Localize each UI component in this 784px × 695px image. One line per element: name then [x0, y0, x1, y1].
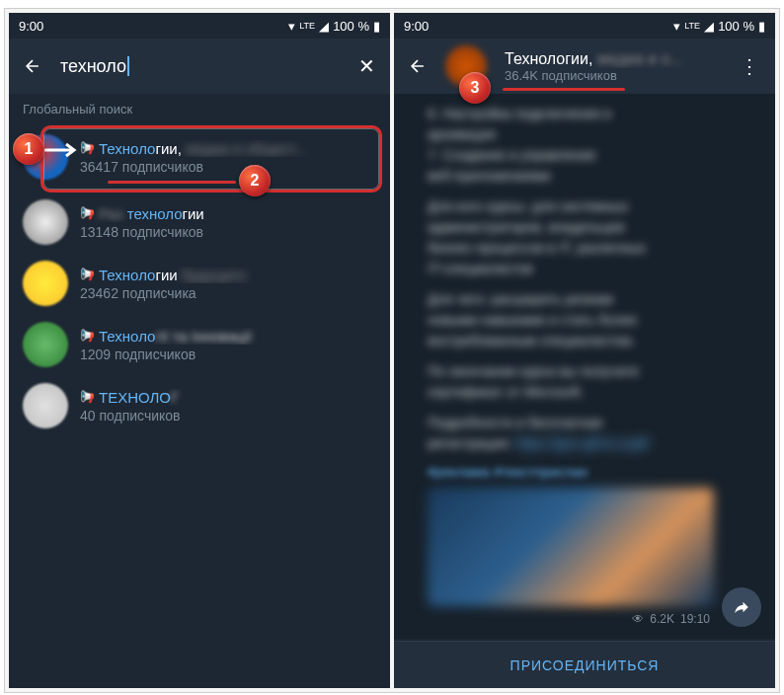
megaphone-icon: 📢 [80, 329, 95, 343]
result-title: 📢 Технології та Інновації [80, 328, 376, 345]
text-cursor [127, 56, 129, 76]
megaphone-icon: 📢 [80, 206, 95, 220]
back-arrow-icon[interactable] [23, 56, 42, 76]
view-count: 6.2K [650, 612, 674, 626]
signal-icon: ◢ [704, 19, 714, 34]
message-hashtags: #реклама #текстприслан [428, 464, 759, 480]
result-title: 📢 ТЕХНОЛОГ [80, 389, 376, 406]
message-text: Подробности и бесплатнаярегистрация: htt… [428, 413, 759, 454]
channel-title: Технологии, медиа и о... [505, 50, 720, 68]
channel-subscribers: 36.4K подписчиков [505, 68, 720, 83]
result-title: 📢 Технологии, медиа и общест... [80, 140, 376, 157]
result-subscribers: 1209 подписчиков [80, 347, 376, 362]
channel-avatar [23, 199, 68, 245]
lte-label: LTE [299, 21, 315, 31]
wifi-icon: ▾ [288, 19, 295, 34]
message-image[interactable] [428, 488, 714, 606]
battery-icon: ▮ [758, 19, 765, 34]
join-button[interactable]: ПРИСОЕДИНИТЬСЯ [394, 641, 775, 688]
megaphone-icon: 📢 [80, 390, 95, 404]
search-result-4[interactable]: 📢 Технології та Інновації 1209 подписчик… [9, 314, 390, 375]
result-subscribers: 36417 подписчиков [80, 159, 376, 175]
message-text: Для кого курсы: для системныхадминистрат… [428, 196, 759, 279]
screenshot-right: 9:00 ▾ LTE ◢ 100 % ▮ Технологии, медиа и… [394, 13, 775, 688]
chat-body[interactable]: 6. Настройка подключения иархивация7. Со… [394, 94, 775, 639]
wifi-icon: ▾ [673, 19, 680, 34]
message-meta: 👁 6.2K 19:10 [428, 612, 759, 626]
search-result-2[interactable]: 📢 Раз технологии 13148 подписчиков [9, 192, 390, 253]
battery-label: 100 % [718, 19, 754, 34]
megaphone-icon: 📢 [80, 141, 95, 155]
section-label: Глобальный поиск [9, 94, 390, 122]
search-result-5[interactable]: 📢 ТЕХНОЛОГ 40 подписчиков [9, 375, 390, 436]
megaphone-icon: 📢 [80, 268, 95, 281]
result-subscribers: 40 подписчиков [80, 408, 376, 424]
arrow-icon [42, 141, 82, 159]
clear-search-icon[interactable]: ✕ [356, 56, 376, 76]
result-subscribers: 23462 подписчика [80, 285, 376, 301]
eye-icon: 👁 [632, 612, 644, 626]
message-text: По окончании курса вы получитесертификат… [428, 361, 759, 403]
search-header: техноло ✕ [9, 39, 390, 94]
status-time: 9:00 [404, 19, 429, 34]
message-text: Для чего: расширить резюменовыми навыкам… [428, 289, 759, 351]
channel-avatar[interactable] [445, 45, 487, 87]
channel-avatar [23, 261, 68, 306]
message-text: 6. Настройка подключения иархивация7. Со… [428, 104, 759, 187]
message-time: 19:10 [680, 612, 710, 626]
status-time: 9:00 [19, 19, 43, 34]
channel-avatar [23, 383, 68, 428]
search-result-3[interactable]: 📢 Технологии будущего 23462 подписчика [9, 253, 390, 314]
battery-label: 100 % [333, 19, 369, 34]
status-bar: 9:00 ▾ LTE ◢ 100 % ▮ [394, 13, 775, 39]
more-menu-icon[interactable]: ⋮ [738, 54, 761, 78]
channel-header[interactable]: Технологии, медиа и о... 36.4K подписчик… [394, 39, 775, 94]
channel-avatar [23, 322, 68, 367]
signal-icon: ◢ [319, 19, 329, 34]
battery-icon: ▮ [373, 19, 380, 34]
result-subscribers: 13148 подписчиков [80, 224, 376, 240]
lte-label: LTE [684, 21, 700, 31]
share-button[interactable] [722, 587, 761, 627]
status-icons: ▾ LTE ◢ 100 % ▮ [673, 19, 765, 34]
result-title: 📢 Технологии будущего [80, 267, 376, 283]
back-arrow-icon[interactable] [408, 56, 428, 76]
search-input[interactable]: техноло [60, 56, 126, 77]
status-bar: 9:00 ▾ LTE ◢ 100 % ▮ [9, 13, 390, 39]
screenshot-left: 9:00 ▾ LTE ◢ 100 % ▮ техноло ✕ Глобальны… [9, 13, 390, 688]
status-icons: ▾ LTE ◢ 100 % ▮ [288, 19, 380, 34]
result-title: 📢 Раз технологии [80, 205, 376, 222]
